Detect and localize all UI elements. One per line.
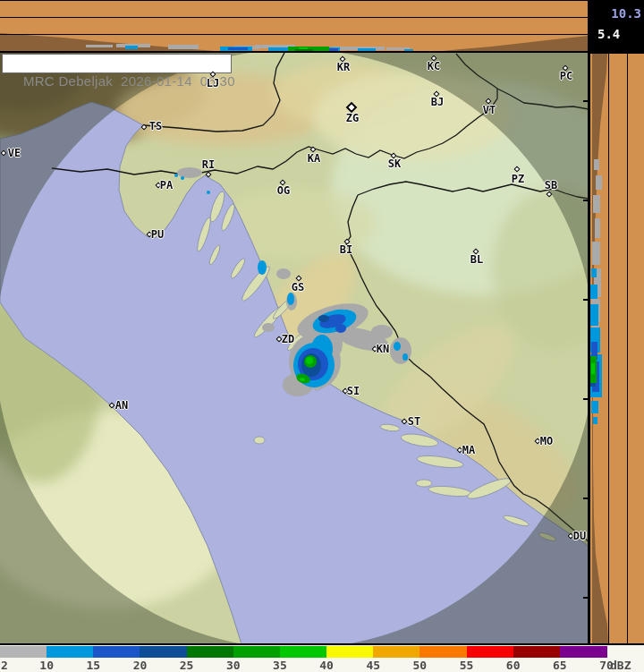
- scalebar-tick-label: 45: [366, 659, 380, 672]
- scalebar-segment: [560, 646, 607, 658]
- scalebar-segment: [513, 646, 561, 658]
- radar-title-text: MRC Debeljak 2026-01-14 06:30: [23, 73, 235, 89]
- scalebar-tick-label: 25: [180, 659, 194, 672]
- scalebar-segment: [93, 646, 140, 658]
- secondary-height-value: 5.4: [597, 27, 620, 41]
- scalebar-tick-label: 30: [226, 659, 241, 672]
- scalebar-tick-label: 20: [133, 659, 148, 672]
- scalebar-tick-label: 35: [273, 659, 287, 672]
- echo-height-panel: 10.3 5.4: [588, 0, 644, 54]
- scalebar-segment: [0, 646, 47, 658]
- top-cross-section: [0, 0, 589, 51]
- scalebar-segment: [140, 646, 187, 658]
- scalebar-segment: [187, 646, 234, 658]
- scalebar-tick-label: 50: [413, 659, 428, 672]
- scalebar-tick-label: 2: [1, 659, 8, 672]
- echo-top-height-value: 10.3: [611, 6, 641, 21]
- scalebar-segment: [467, 646, 514, 658]
- scalebar-segment: [326, 646, 374, 658]
- scalebar-segment: [280, 646, 327, 658]
- scalebar-tick-label: 70: [599, 659, 614, 672]
- scalebar-tick-label: 60: [506, 659, 521, 672]
- scalebar-segment: [47, 646, 94, 658]
- scalebar-tick-label: 40: [319, 659, 334, 672]
- scalebar-segment: [233, 646, 281, 658]
- scalebar-tick-label: 10: [39, 659, 54, 672]
- scalebar-tick-label: 65: [553, 659, 567, 672]
- radar-title-box: MRC Debeljak 2026-01-14 06:30: [2, 54, 232, 73]
- scalebar-segment: [419, 646, 467, 658]
- right-cross-section: [590, 54, 644, 644]
- scalebar-tick-label: 15: [86, 659, 100, 672]
- scalebar-segment: [373, 646, 420, 658]
- radar-screenshot: MRC Debeljak 2026-01-14 06:30 10.3 5.4 V…: [0, 0, 644, 672]
- radar-graphics: [0, 0, 644, 672]
- map-ppi: [0, 40, 635, 649]
- scalebar-tick-label: 55: [460, 659, 474, 672]
- dbz-scalebar: dBZ 210152025303540455055606570: [0, 645, 644, 672]
